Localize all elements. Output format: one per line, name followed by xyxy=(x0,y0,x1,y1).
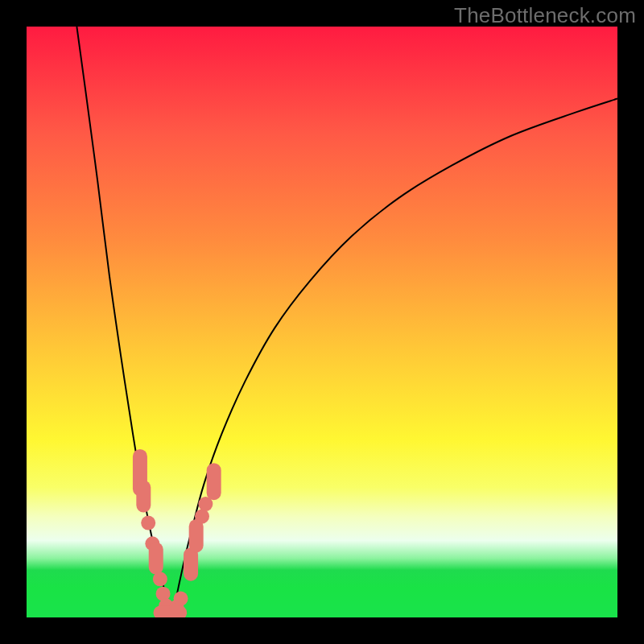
chart-frame: TheBottleneck.com xyxy=(0,0,644,644)
curve-right-branch xyxy=(170,99,617,615)
chart-svg xyxy=(27,27,617,617)
marker-pill xyxy=(189,519,204,552)
marker-dot xyxy=(141,516,155,530)
marker-dot xyxy=(195,509,209,523)
watermark-text: TheBottleneck.com xyxy=(454,3,636,28)
plot-area xyxy=(27,27,617,617)
marker-dot xyxy=(153,572,167,586)
marker-pill xyxy=(207,463,221,500)
curve-lines xyxy=(76,27,617,614)
marker-dot xyxy=(174,592,188,606)
marker-pill xyxy=(136,481,151,513)
curve-left-branch xyxy=(76,27,170,614)
marker-pill xyxy=(149,543,163,575)
